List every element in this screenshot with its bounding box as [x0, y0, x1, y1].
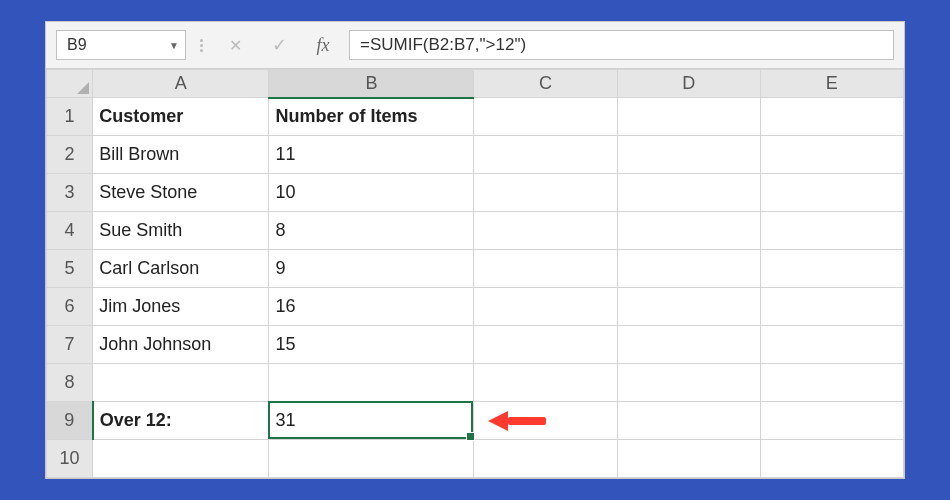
cell[interactable]	[93, 364, 269, 402]
cell[interactable]	[474, 364, 617, 402]
row-header[interactable]: 4	[47, 212, 93, 250]
grid: A B C D E 1CustomerNumber of Items2Bill …	[46, 69, 904, 478]
formula-input[interactable]: =SUMIF(B2:B7,">12")	[349, 30, 894, 60]
formula-bar: B9 ▼ fx =SUMIF(B2:B7,">12")	[46, 22, 904, 69]
cell[interactable]: 31	[269, 402, 474, 440]
fx-icon[interactable]: fx	[305, 30, 341, 60]
cell[interactable]: Customer	[93, 98, 269, 136]
row-header[interactable]: 1	[47, 98, 93, 136]
callout-arrow-icon	[488, 411, 546, 431]
cell[interactable]	[474, 326, 617, 364]
name-box-value: B9	[67, 36, 87, 54]
cell[interactable]: Number of Items	[269, 98, 474, 136]
cell[interactable]	[617, 136, 760, 174]
cell[interactable]	[760, 326, 903, 364]
cell[interactable]	[474, 250, 617, 288]
cell[interactable]: Sue Smith	[93, 212, 269, 250]
cell[interactable]: 9	[269, 250, 474, 288]
col-header-a[interactable]: A	[93, 70, 269, 98]
table-row: 7John Johnson15	[47, 326, 904, 364]
cell[interactable]: 8	[269, 212, 474, 250]
cell[interactable]	[474, 174, 617, 212]
name-box[interactable]: B9 ▼	[56, 30, 186, 60]
row-header[interactable]: 5	[47, 250, 93, 288]
cell[interactable]	[760, 174, 903, 212]
cell[interactable]: Over 12:	[93, 402, 269, 440]
enter-icon[interactable]	[261, 30, 297, 60]
cell[interactable]	[617, 402, 760, 440]
cell[interactable]: 15	[269, 326, 474, 364]
cell[interactable]: John Johnson	[93, 326, 269, 364]
cell[interactable]	[760, 364, 903, 402]
spreadsheet-table[interactable]: A B C D E 1CustomerNumber of Items2Bill …	[46, 69, 904, 478]
row-header[interactable]: 8	[47, 364, 93, 402]
cell[interactable]	[617, 440, 760, 478]
cell[interactable]: 11	[269, 136, 474, 174]
cell[interactable]: 16	[269, 288, 474, 326]
cell[interactable]	[617, 174, 760, 212]
table-row: 5Carl Carlson9	[47, 250, 904, 288]
chevron-down-icon[interactable]: ▼	[169, 40, 179, 51]
col-header-d[interactable]: D	[617, 70, 760, 98]
row-header[interactable]: 2	[47, 136, 93, 174]
table-row: 6Jim Jones16	[47, 288, 904, 326]
row-header[interactable]: 9	[47, 402, 93, 440]
cell[interactable]: Steve Stone	[93, 174, 269, 212]
select-all-corner[interactable]	[47, 70, 93, 98]
cell[interactable]	[269, 364, 474, 402]
col-header-e[interactable]: E	[760, 70, 903, 98]
cell[interactable]	[760, 98, 903, 136]
cell[interactable]	[617, 326, 760, 364]
cell[interactable]	[474, 288, 617, 326]
row-header[interactable]: 6	[47, 288, 93, 326]
row-header[interactable]: 10	[47, 440, 93, 478]
cell[interactable]	[760, 288, 903, 326]
cell[interactable]	[617, 364, 760, 402]
table-row: 3Steve Stone10	[47, 174, 904, 212]
cancel-icon[interactable]	[217, 30, 253, 60]
cell[interactable]	[617, 250, 760, 288]
cell[interactable]: Bill Brown	[93, 136, 269, 174]
table-row: 10	[47, 440, 904, 478]
cell[interactable]	[760, 136, 903, 174]
cell[interactable]	[760, 402, 903, 440]
cell[interactable]	[760, 440, 903, 478]
col-header-b[interactable]: B	[269, 70, 474, 98]
table-row: 4Sue Smith8	[47, 212, 904, 250]
cell[interactable]	[617, 212, 760, 250]
cell[interactable]	[474, 98, 617, 136]
cell[interactable]	[93, 440, 269, 478]
table-row: 9Over 12:31	[47, 402, 904, 440]
cell[interactable]	[474, 440, 617, 478]
cell[interactable]	[760, 212, 903, 250]
table-row: 8	[47, 364, 904, 402]
formula-bar-handle[interactable]	[194, 39, 209, 52]
row-header[interactable]: 7	[47, 326, 93, 364]
col-header-c[interactable]: C	[474, 70, 617, 98]
cell[interactable]	[617, 98, 760, 136]
cell[interactable]	[474, 136, 617, 174]
cell[interactable]	[474, 212, 617, 250]
column-header-row: A B C D E	[47, 70, 904, 98]
table-row: 1CustomerNumber of Items	[47, 98, 904, 136]
cell[interactable]: Carl Carlson	[93, 250, 269, 288]
formula-text: =SUMIF(B2:B7,">12")	[360, 35, 526, 55]
spreadsheet-app: B9 ▼ fx =SUMIF(B2:B7,">12") A B C D E	[45, 21, 905, 479]
cell[interactable]	[269, 440, 474, 478]
cell[interactable]	[760, 250, 903, 288]
cell[interactable]	[617, 288, 760, 326]
table-row: 2Bill Brown11	[47, 136, 904, 174]
row-header[interactable]: 3	[47, 174, 93, 212]
cell[interactable]: Jim Jones	[93, 288, 269, 326]
cell[interactable]: 10	[269, 174, 474, 212]
